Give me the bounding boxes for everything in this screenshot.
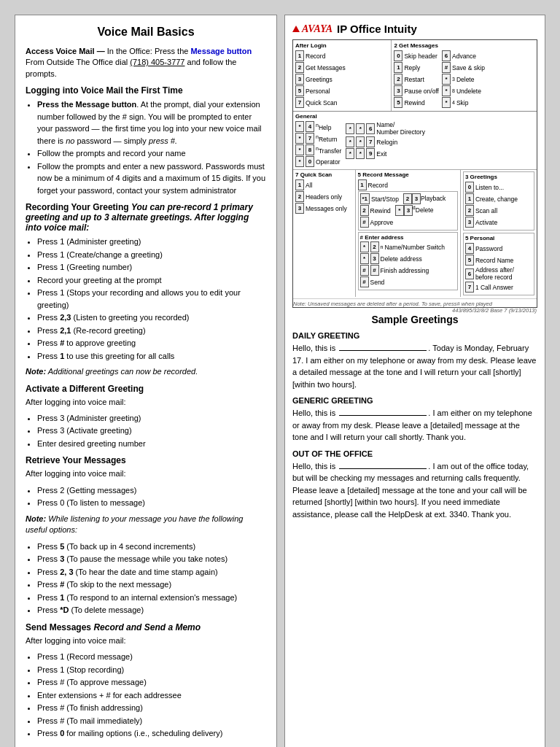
gen2-row-3: **9Exit [346, 148, 425, 159]
blank-name-daily [339, 350, 427, 351]
section3-intro: After logging into voice mail: [26, 397, 266, 408]
general-col2: **6Name/Number Directory **7Relogin **9E… [346, 121, 425, 168]
key-0g: 0 [306, 156, 314, 167]
label-return: nReturn [316, 134, 337, 143]
section5-intro: After logging into voice mail: [26, 635, 266, 646]
list-item: Press # to approve greeting [37, 337, 266, 349]
section4-note: Note: While listening to your message yo… [26, 514, 266, 536]
key-23: 2 [403, 193, 412, 204]
bottom-rows: 7 Quick Scan 1All 2Headers only 3Message… [293, 170, 537, 297]
ea-row-2: *3Delete address [360, 253, 456, 264]
key-6g: 6 [366, 123, 375, 134]
gm-row-3: 2Restart [394, 74, 439, 85]
key-8g: 8 [306, 144, 314, 155]
key-hash-rm: # [360, 217, 369, 228]
label-rewind: Rewind [404, 99, 424, 107]
quick-scan-label: 7 Quick Scan [295, 171, 353, 178]
access-intro: Access Voice Mail — [26, 47, 105, 55]
label-call-answer: 1 Call Answer [475, 284, 513, 291]
gm2-row-3: *3Delete [442, 74, 485, 85]
label-greetings: Greetings [306, 76, 332, 83]
al-row-1: 1Record [295, 50, 389, 61]
right-panel: AVAYA IP Office Intuity After Login 1Rec… [284, 15, 545, 747]
key-star-7: * [295, 133, 304, 144]
key-9g: 9 [366, 148, 375, 159]
label-all: All [306, 182, 312, 189]
list-item: Press 3 (Activate greeting) [37, 425, 266, 437]
al-row-5: 7Quick Scan [295, 97, 389, 108]
key-star-0: * [295, 156, 304, 167]
key-star-3ea: * [360, 253, 369, 264]
avaya-diamond-icon [292, 26, 300, 32]
gr-row-1: 1Create, change [465, 193, 532, 204]
label-activate: Activate [475, 219, 497, 226]
list-item: Press # (To finish addressing) [37, 702, 266, 714]
section4-sublist: Press 5 (To back up in 4 second incremen… [37, 541, 266, 616]
label-save-skip: Save & skip [452, 64, 485, 71]
label-address-after: Address after/ before record [475, 266, 532, 281]
label-advance: Advance [452, 53, 476, 60]
key-6pr: 6 [465, 268, 474, 279]
key-hash: # [442, 62, 451, 73]
key-hash2-ea: # [370, 265, 379, 276]
list-item: Press # (To approve message) [37, 676, 266, 689]
label-scan-all: Scan all [475, 207, 497, 214]
list-item: Press 1 (To respond to an internal exten… [37, 592, 266, 604]
list-item: Press # (To mail immediately) [37, 715, 266, 727]
list-item: Press 1 (Stops your recording and allows… [37, 287, 266, 311]
section2-title-text: Recording Your Greeting [26, 202, 129, 212]
label-record: Record [306, 53, 325, 60]
access-text: In the Office: Press the [107, 47, 191, 55]
rm-row-3: 2Rewind*3dDelete [360, 205, 456, 216]
label-listen-to: Listen to... [475, 184, 504, 191]
list-item: Press the Message button. At the prompt,… [37, 98, 266, 147]
key-2gr: 2 [465, 205, 474, 216]
gen-row-2: *7nReturn [295, 133, 341, 144]
key-0: 0 [394, 50, 402, 61]
key-5: 5 [295, 85, 304, 96]
general-label: General [295, 113, 534, 120]
list-item: Press 3 (To pause the message while you … [37, 553, 266, 565]
key-star-8: * [295, 144, 304, 155]
list-item: Press 1 (Stop recording) [37, 664, 266, 676]
label-skip-header: Skip header [404, 53, 437, 60]
avaya-header: AVAYA IP Office Intuity [292, 23, 537, 35]
avaya-logo-text: AVAYA [302, 23, 332, 35]
key-star-1rm: *1 [360, 193, 370, 204]
item-bold: Press the Message button [37, 100, 136, 109]
key-1qs: 1 [295, 179, 304, 190]
label-start-stop: Start/Stop [371, 196, 399, 203]
sup-4: 4 [452, 100, 455, 105]
list-item: Press 1 (Record message) [37, 651, 266, 663]
key-1: 1 [295, 50, 304, 61]
gm-row-5: 5Rewind [394, 97, 439, 108]
list-item: Press 2,3 (Listen to greeting you record… [37, 311, 266, 324]
access-para: Access Voice Mail — In the Office: Press… [26, 46, 266, 80]
qs-row-2: 2Headers only [295, 191, 353, 202]
left-title: Voice Mail Basics [26, 26, 266, 39]
key-3r: 3 [394, 85, 402, 96]
rm-inner-box: *1Start/Stop23Playback 2Rewind*3dDelete … [358, 191, 458, 231]
section5-intro-italic: Record and Send a Memo [93, 622, 201, 632]
key-star3: * [442, 97, 451, 108]
label-skip: Skip [456, 99, 469, 107]
avaya-brand: AVAYA [292, 23, 332, 35]
gen2-row-2: **7Relogin [346, 136, 425, 147]
footer-code: 443/895/32/8/2 Base 7 (9/13/2013) [452, 307, 537, 314]
label-create-change: Create, change [475, 196, 518, 203]
gm2-row-4: *8Undelete [442, 85, 485, 96]
qs-row-3: 3Messages only [295, 203, 353, 214]
qs-row-1: 1All [295, 179, 353, 190]
key-2rm: 2 [360, 205, 369, 216]
label-personal: Personal [306, 88, 330, 95]
personal-ref-label: 5 Personal [465, 235, 532, 241]
section2-title: Recording Your Greeting You can pre-reco… [26, 202, 266, 233]
gr-row-3: 3Activate [465, 217, 532, 228]
key-ss9b: * [356, 148, 365, 159]
gm-col2: 6Advance #Save & skip *3Delete *8Undelet… [442, 50, 485, 109]
key-ss7a: * [346, 136, 354, 147]
key-star-4: * [295, 121, 304, 132]
list-item: Follow the prompts and enter a new passw… [37, 160, 266, 197]
gen-row-3: *8nTransfer [295, 144, 341, 155]
generic-greeting-text: Hello, this is . I am either on my telep… [292, 407, 537, 444]
